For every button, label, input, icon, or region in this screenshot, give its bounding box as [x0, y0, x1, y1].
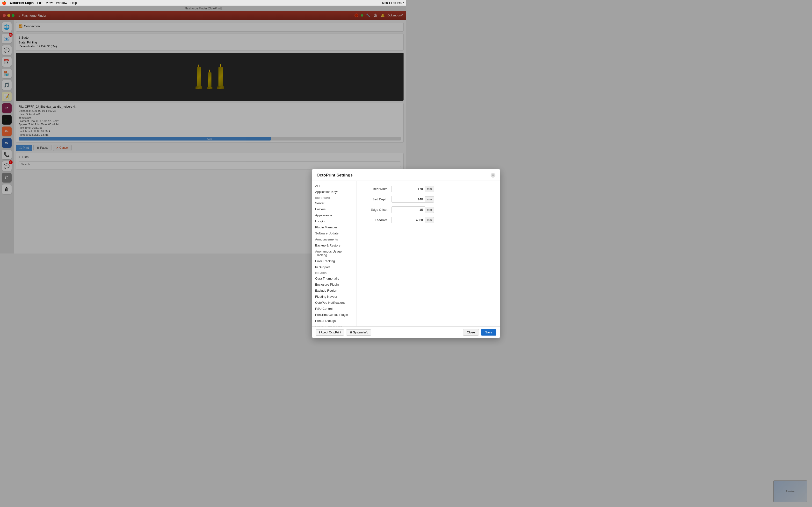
- apple-menu[interactable]: 🍎: [2, 1, 6, 5]
- nav-item-software-update[interactable]: Software Update: [312, 230, 356, 236]
- input-group-bed-depth: mm: [391, 196, 406, 203]
- menubar-right: Mon 1 Feb 16:07: [382, 1, 404, 5]
- nav-item-announcements[interactable]: Announcements: [312, 236, 356, 242]
- form-row-edge-offset: Edge Offset mm: [362, 207, 406, 213]
- menu-view[interactable]: View: [46, 1, 53, 5]
- input-bed-width[interactable]: [391, 186, 406, 192]
- nav-item-appearance[interactable]: Appearance: [312, 212, 356, 218]
- form-row-bed-width: Bed Width mm: [362, 186, 406, 192]
- input-group-bed-width: mm: [391, 186, 406, 192]
- menubar-left: 🍎 OctoPrint Login Edit View Window Help: [2, 1, 77, 5]
- menubar-time: Mon 1 Feb 16:07: [382, 1, 404, 5]
- input-edge-offset[interactable]: [391, 207, 406, 213]
- nav-item-api[interactable]: API: [312, 183, 356, 189]
- modal-overlay: OctoPrint Settings × API Application Key…: [0, 0, 406, 253]
- menu-help[interactable]: Help: [70, 1, 77, 5]
- settings-modal: OctoPrint Settings × API Application Key…: [312, 169, 406, 253]
- modal-sidebar: API Application Keys OCTOPRINT Server Fo…: [312, 181, 356, 253]
- input-group-edge-offset: mm: [391, 207, 406, 213]
- nav-section-octoprint: OCTOPRINT: [312, 195, 356, 200]
- nav-item-logging[interactable]: Logging: [312, 218, 356, 224]
- input-feedrate[interactable]: [391, 217, 406, 223]
- nav-item-backup-restore[interactable]: Backup & Restore: [312, 242, 356, 248]
- label-bed-depth: Bed Depth: [362, 198, 391, 201]
- label-edge-offset: Edge Offset: [362, 208, 391, 212]
- nav-item-anonymous-usage[interactable]: Anonymous Usage Tracking: [312, 248, 356, 253]
- modal-header: OctoPrint Settings ×: [312, 169, 406, 181]
- menu-window[interactable]: Window: [56, 1, 67, 5]
- label-bed-width: Bed Width: [362, 187, 391, 191]
- menubar: 🍎 OctoPrint Login Edit View Window Help …: [0, 0, 406, 6]
- nav-item-application-keys[interactable]: Application Keys: [312, 189, 356, 195]
- menu-edit[interactable]: Edit: [37, 1, 42, 5]
- input-bed-depth[interactable]: [391, 196, 406, 203]
- nav-item-folders[interactable]: Folders: [312, 206, 356, 212]
- modal-content: Bed Width mm Bed Depth mm Edge: [356, 181, 406, 253]
- modal-body: API Application Keys OCTOPRINT Server Fo…: [312, 181, 406, 253]
- label-feedrate: Feedrate: [362, 218, 391, 222]
- modal-title: OctoPrint Settings: [317, 173, 353, 178]
- nav-item-server[interactable]: Server: [312, 200, 356, 206]
- app-menu-name[interactable]: OctoPrint Login: [10, 1, 34, 5]
- form-row-feedrate: Feedrate mm: [362, 217, 406, 223]
- input-group-feedrate: mm: [391, 217, 406, 223]
- form-row-bed-depth: Bed Depth mm: [362, 196, 406, 203]
- nav-item-plugin-manager[interactable]: Plugin Manager: [312, 224, 356, 230]
